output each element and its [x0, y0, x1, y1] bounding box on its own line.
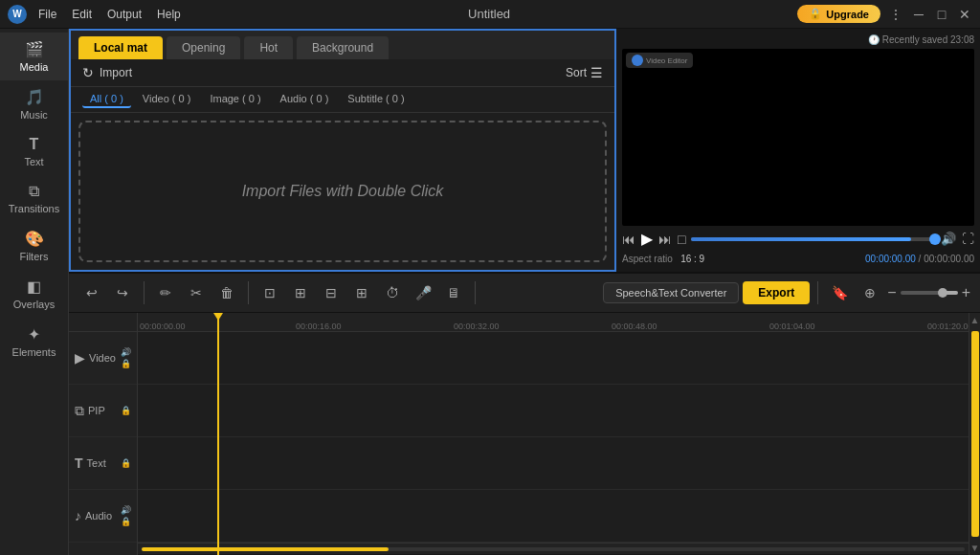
filter-all[interactable]: All ( 0 ): [82, 91, 131, 108]
timeline: ▶ Video 🔊 🔒 ⧉ PIP 🔒 T Text: [69, 313, 980, 555]
ruler-mark-1: 00:00:16.00: [296, 322, 342, 331]
tab-local-mat[interactable]: Local mat: [78, 36, 163, 59]
timecode-display: 00:00:00.00 / 00:00:00.00: [865, 254, 974, 264]
vertical-scrollbar[interactable]: ▲ ▼: [969, 313, 980, 555]
zoom-in-button[interactable]: +: [962, 284, 970, 301]
sidebar-item-elements[interactable]: ✦ Elements: [0, 318, 68, 366]
menu-file[interactable]: File: [38, 8, 56, 21]
link-button[interactable]: ⊕: [857, 279, 883, 306]
sidebar-item-media[interactable]: 🎬 Media: [0, 33, 68, 80]
sort-button[interactable]: Sort ☰: [566, 65, 603, 80]
undo-button[interactable]: ↩: [78, 279, 105, 306]
drop-zone[interactable]: Import Files with Double Click: [78, 121, 607, 262]
clock-button[interactable]: ⏱: [379, 279, 406, 306]
audio-volume-icon[interactable]: 🔊: [121, 505, 131, 515]
fullscreen-small-button[interactable]: □: [678, 232, 685, 247]
progress-fill: [691, 237, 910, 241]
timeline-track-row-video: [138, 332, 969, 385]
export-button[interactable]: Export: [743, 281, 810, 304]
sidebar-item-overlays[interactable]: ◧ Overlays: [0, 270, 68, 318]
sidebar-label-overlays: Overlays: [13, 299, 55, 310]
cut-button[interactable]: ✂: [183, 279, 210, 306]
edit-pen-button[interactable]: ✏: [152, 279, 179, 306]
next-frame-button[interactable]: ⏭: [658, 232, 672, 247]
filter-video[interactable]: Video ( 0 ): [135, 91, 199, 108]
media-icon: 🎬: [25, 40, 44, 58]
speech-text-converter-button[interactable]: Speech&Text Converter: [603, 282, 739, 303]
upgrade-button[interactable]: 🔒 Upgrade: [797, 5, 880, 23]
grid-button[interactable]: ⊟: [318, 279, 345, 306]
toolbar-separator-1: [144, 281, 145, 304]
progress-bar[interactable]: [691, 237, 935, 241]
play-button[interactable]: ▶: [641, 230, 653, 248]
playhead[interactable]: [217, 313, 219, 555]
menu-help[interactable]: Help: [157, 8, 181, 21]
timeline-content: 00:00:00.00 00:00:16.00 00:00:32.00 00:0…: [138, 313, 969, 555]
filter-image[interactable]: Image ( 0 ): [202, 91, 268, 108]
scroll-up-button[interactable]: ▲: [970, 315, 980, 325]
zoom-controls: − +: [887, 284, 970, 301]
pip-lock-icon[interactable]: 🔒: [121, 406, 131, 415]
audio-lock-icon[interactable]: 🔒: [121, 517, 131, 526]
sidebar-label-media: Media: [20, 61, 49, 73]
tab-opening[interactable]: Opening: [167, 36, 240, 59]
sidebar-label-elements: Elements: [12, 346, 56, 358]
volume-button[interactable]: 🔊: [941, 232, 956, 246]
track-label-pip: ⧉ PIP 🔒: [69, 385, 137, 437]
more-options-icon[interactable]: ⋮: [888, 7, 903, 22]
toolbar-separator-4: [817, 281, 818, 304]
delete-button[interactable]: 🗑: [213, 279, 240, 306]
scroll-down-button[interactable]: ▼: [970, 543, 980, 553]
sidebar: 🎬 Media 🎵 Music T Text ⧉ Transitions 🎨 F…: [0, 29, 69, 555]
menu-edit[interactable]: Edit: [72, 8, 92, 21]
video-volume-icon[interactable]: 🔊: [121, 347, 131, 357]
media-tabs: Local mat Opening Hot Background: [71, 31, 614, 59]
crop-button[interactable]: ⊡: [256, 279, 283, 306]
menu-output[interactable]: Output: [107, 8, 142, 21]
video-lock-icon[interactable]: 🔒: [121, 359, 131, 368]
layout-button[interactable]: ⊞: [348, 279, 375, 306]
sidebar-item-text[interactable]: T Text: [0, 128, 68, 175]
scrollbar-track[interactable]: [142, 547, 965, 551]
sort-icon: ☰: [590, 65, 603, 80]
filter-subtitle[interactable]: Subtitle ( 0 ): [340, 91, 412, 108]
timeline-ruler: 00:00:00.00 00:00:16.00 00:00:32.00 00:0…: [138, 313, 969, 332]
screen-button[interactable]: 🖥: [440, 279, 467, 306]
redo-button[interactable]: ↪: [109, 279, 136, 306]
prev-frame-button[interactable]: ⏮: [622, 232, 635, 247]
aspect-ratio-label: Aspect ratio 16 : 9: [622, 254, 704, 264]
sort-label: Sort: [566, 66, 587, 79]
sidebar-item-transitions[interactable]: ⧉ Transitions: [0, 175, 68, 222]
content-area: Local mat Opening Hot Background ↻ Impor…: [69, 29, 980, 555]
tab-background[interactable]: Background: [297, 36, 389, 59]
watermark: Video Editor: [626, 53, 693, 68]
track-label-text: T Text 🔒: [69, 437, 137, 490]
sidebar-item-music[interactable]: 🎵 Music: [0, 80, 68, 128]
filter-audio[interactable]: Audio ( 0 ): [273, 91, 337, 108]
horizontal-scrollbar[interactable]: [138, 543, 969, 554]
tab-hot[interactable]: Hot: [244, 36, 293, 59]
video-track-label: Video: [89, 352, 116, 364]
import-button[interactable]: ↻ Import: [82, 65, 132, 80]
video-track-controls: 🔊 🔒: [121, 347, 131, 368]
zoom-slider[interactable]: [901, 291, 958, 295]
mic-button[interactable]: 🎤: [410, 279, 436, 306]
text-lock-icon[interactable]: 🔒: [121, 458, 131, 468]
fullscreen-button[interactable]: ⛶: [962, 232, 974, 246]
overlays-icon: ◧: [27, 278, 41, 296]
sidebar-item-filters[interactable]: 🎨 Filters: [0, 222, 68, 270]
zoom-out-button[interactable]: −: [887, 284, 896, 301]
drop-zone-text: Import Files with Double Click: [242, 183, 444, 200]
aspect-ratio-text: Aspect ratio: [622, 254, 673, 264]
ruler-mark-3: 00:00:48.00: [612, 322, 657, 331]
close-icon[interactable]: ✕: [957, 7, 972, 22]
track-label-audio: ♪ Audio 🔊 🔒: [69, 490, 137, 543]
bookmark-button[interactable]: 🔖: [826, 279, 853, 306]
track-label-video: ▶ Video 🔊 🔒: [69, 332, 137, 385]
titlebar-left: W File Edit Output Help: [8, 5, 181, 24]
maximize-icon[interactable]: □: [934, 7, 949, 22]
pip-track-controls: 🔒: [121, 406, 131, 415]
app-title: Untitled: [468, 7, 510, 21]
transform-button[interactable]: ⊞: [287, 279, 314, 306]
minimize-icon[interactable]: ─: [911, 7, 926, 22]
